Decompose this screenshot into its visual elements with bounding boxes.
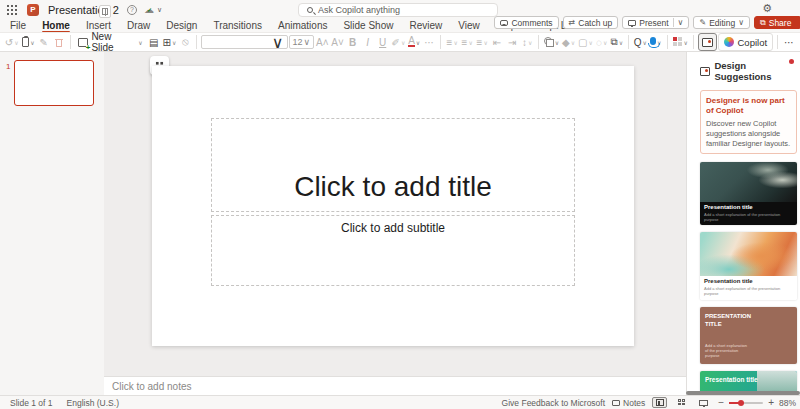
status-bar: Slide 1 of 1 English (U.S.) Give Feedbac…	[0, 395, 800, 409]
collapse-thumbnail-pane-button[interactable]	[99, 5, 111, 18]
tab-file[interactable]: File	[2, 19, 34, 32]
font-name-select[interactable]: ∨	[201, 35, 287, 49]
catch-up-button[interactable]: ⇄ Catch up	[563, 16, 619, 29]
powerpoint-logo[interactable]: P	[27, 4, 39, 16]
copilot-button[interactable]: Copilot	[718, 33, 773, 51]
design-panel-title: Design Suggestions	[714, 60, 800, 82]
font-chevron-icon: ∨	[272, 33, 284, 52]
title-placeholder-text: Click to add title	[294, 171, 492, 211]
addins-button[interactable]: ∨	[672, 34, 689, 50]
more-font-options-button[interactable]: ⋯	[422, 34, 436, 50]
tab-design[interactable]: Design	[158, 19, 205, 32]
notice-title: Designer is now part of Copilot	[706, 96, 791, 116]
italic-button[interactable]: I	[361, 34, 375, 50]
designer-panel-icon	[700, 67, 710, 76]
notes-toggle-button[interactable]: Notes	[612, 398, 645, 408]
new-slide-icon	[78, 38, 89, 47]
design-suggestion-3[interactable]: PRESENTATION TITLE Add a short explanati…	[700, 307, 797, 364]
align-button[interactable]: ≡∨	[475, 34, 489, 50]
zoom-slider[interactable]	[729, 402, 763, 404]
shape-outline-button[interactable]: ▢∨	[577, 34, 594, 50]
zoom-in-button[interactable]: +	[768, 397, 774, 408]
dictate-button[interactable]: ∨	[649, 34, 663, 50]
table-button[interactable]: ⊞∨	[162, 34, 178, 50]
slide-sorter-view-button[interactable]	[674, 397, 689, 408]
tab-view[interactable]: View	[450, 19, 488, 32]
format-painter-button[interactable]: ✎	[37, 34, 51, 50]
present-dropdown-chevron-icon[interactable]: ∨	[678, 18, 684, 27]
copilot-notice-card: Designer is now part of Copilot Discover…	[700, 90, 797, 154]
layout-button[interactable]: ▤	[147, 34, 161, 50]
notes-icon	[612, 400, 620, 406]
find-button[interactable]: Q∨	[633, 34, 648, 50]
paste-button[interactable]: ∨	[21, 34, 36, 50]
toolbar-divider	[70, 35, 71, 49]
bold-button[interactable]: B	[346, 34, 360, 50]
share-button[interactable]: ⧉ Share	[754, 16, 800, 29]
notes-bar[interactable]: Click to add notes	[104, 376, 686, 395]
tab-transitions[interactable]: Transitions	[205, 19, 270, 32]
shape-effects-button[interactable]: ◌∨	[595, 34, 609, 50]
comments-button[interactable]: Comments	[494, 16, 558, 29]
search-input[interactable]: Ask Copilot anything	[298, 3, 498, 17]
zoom-out-button[interactable]: −	[718, 397, 724, 408]
numbered-list-button[interactable]: ≡∨	[460, 34, 474, 50]
zoom-slider-thumb[interactable]	[738, 400, 744, 406]
highlight-color-button[interactable]: ✐∨	[391, 34, 407, 50]
text-spacing-button[interactable]: ↕∨	[520, 34, 534, 50]
app-launcher-icon[interactable]	[6, 4, 17, 15]
normal-view-button[interactable]	[652, 397, 667, 408]
indent-button[interactable]: ⇥	[505, 34, 519, 50]
slide-1-thumbnail[interactable]	[14, 60, 94, 106]
catch-up-icon: ⇄	[569, 18, 576, 27]
outdent-button[interactable]: ⇤	[490, 34, 504, 50]
share-icon: ⧉	[760, 18, 766, 28]
underline-button[interactable]: U	[376, 34, 390, 50]
shapes-icon	[544, 37, 554, 47]
powerpoint-web-app: P Presentation 2 ? ☁✓ ∨ Ask Copilot anyt…	[0, 0, 800, 409]
language-label[interactable]: English (U.S.)	[67, 398, 119, 408]
slideshow-view-button[interactable]	[696, 397, 711, 408]
toolbar-divider	[667, 35, 668, 49]
tab-slide-show[interactable]: Slide Show	[335, 19, 401, 32]
editing-mode-button[interactable]: ✎ Editing ∨	[693, 16, 750, 29]
new-slide-button[interactable]: New Slide ∨	[75, 34, 146, 50]
slide-canvas[interactable]: Click to add title Click to add subtitle	[152, 66, 634, 346]
present-button[interactable]: Present ∨	[622, 16, 689, 29]
search-placeholder: Ask Copilot anything	[318, 5, 400, 15]
settings-gear-icon[interactable]: ⚙	[762, 2, 772, 15]
more-commands-button[interactable]: ⋯	[782, 34, 796, 50]
grow-font-button[interactable]: A˄	[315, 34, 329, 50]
shrink-font-button[interactable]: A˅	[330, 34, 344, 50]
bullet-list-button[interactable]: ≡∨	[445, 34, 459, 50]
autosave-status-icon[interactable]: ☁✓	[144, 5, 154, 15]
font-color-button[interactable]: A∨	[407, 34, 421, 50]
save-status-chevron-icon[interactable]: ∨	[157, 6, 162, 14]
tab-review[interactable]: Review	[401, 19, 450, 32]
undo-button[interactable]: ↺∨	[4, 34, 20, 50]
font-size-select[interactable]: 12∨	[289, 35, 315, 49]
toolbar-divider	[538, 35, 539, 49]
tab-home[interactable]: Home	[34, 19, 78, 32]
pencil-icon: ✎	[699, 18, 706, 27]
shapes-button[interactable]: ∨	[543, 34, 560, 50]
design-suggestion-2[interactable]: Presentation title Add a short explanati…	[700, 232, 797, 299]
subtitle-placeholder[interactable]: Click to add subtitle	[211, 215, 575, 286]
slide-thumbnail-panel: 1	[0, 52, 104, 395]
design-suggestion-1[interactable]: Presentation title Add a short explanati…	[700, 162, 797, 225]
title-placeholder[interactable]: Click to add title	[211, 118, 575, 212]
notification-dot	[789, 59, 794, 64]
subtitle-placeholder-text: Click to add subtitle	[341, 216, 445, 235]
hide-slide-button[interactable]: ⦸	[178, 34, 192, 50]
tab-animations[interactable]: Animations	[270, 19, 335, 32]
addins-icon	[673, 37, 683, 47]
product-badge-icon[interactable]: ?	[127, 5, 137, 15]
feedback-link[interactable]: Give Feedback to Microsoft	[502, 398, 605, 408]
designer-button[interactable]	[698, 33, 718, 51]
shape-fill-button[interactable]: ◆∨	[561, 34, 576, 50]
arrange-button[interactable]: ⧉∨	[610, 34, 624, 50]
zoom-percent-label[interactable]: 88%	[779, 398, 796, 408]
font-color-icon: A	[408, 37, 415, 47]
delete-button[interactable]	[52, 34, 66, 50]
slide-count-label: Slide 1 of 1	[10, 398, 53, 408]
